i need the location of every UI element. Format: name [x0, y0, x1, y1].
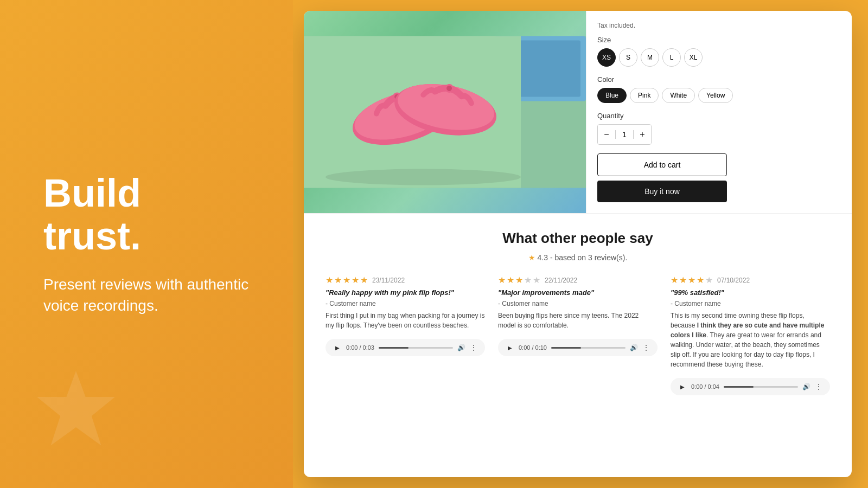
- star-icon: ★: [697, 275, 704, 285]
- add-to-cart-button[interactable]: Add to cart: [597, 153, 727, 176]
- volume-icon[interactable]: 🔊: [802, 383, 810, 390]
- review-3-title: "99% satisfied!": [671, 288, 830, 297]
- overall-star-icon: ★: [528, 253, 535, 262]
- reviews-section: What other people say ★ 4.3 - based on 3…: [304, 214, 852, 412]
- review-2-text: Been buying flips here since my teens. T…: [498, 311, 658, 330]
- review-3-audio-time: 0:00 / 0:04: [691, 383, 719, 390]
- qty-section: Quantity − 1 +: [597, 112, 727, 145]
- headline-line1: Build: [43, 171, 141, 215]
- browser-content: Tax included. Size XS S M L XL: [304, 11, 852, 477]
- star-empty-icon: ★: [533, 275, 540, 285]
- review-1-audio-progress[interactable]: [379, 347, 453, 349]
- star-icon: ★: [352, 275, 359, 285]
- color-section: Color Blue Pink White Yellow: [597, 75, 727, 103]
- star-empty-icon: ★: [705, 275, 713, 285]
- volume-icon[interactable]: 🔊: [457, 344, 465, 351]
- review-1-title: "Really happy with my pink flip flops!": [326, 288, 485, 297]
- right-panel: Tax included. Size XS S M L XL: [293, 0, 868, 488]
- star-icon: ★: [507, 275, 514, 285]
- review-1-header: ★ ★ ★ ★ ★ 23/11/2022: [326, 275, 485, 285]
- svg-marker-0: [37, 371, 115, 446]
- headline-line2: trust.: [43, 214, 141, 258]
- size-section: Size XS S M L XL: [597, 36, 727, 67]
- review-2-date: 22/11/2022: [545, 277, 577, 284]
- color-pink[interactable]: Pink: [630, 88, 659, 103]
- more-icon[interactable]: ⋮: [470, 343, 477, 352]
- star-icon: ★: [326, 275, 333, 285]
- review-3-text: This is my second time owning these flip…: [671, 311, 830, 369]
- buy-now-button[interactable]: Buy it now: [597, 181, 727, 202]
- review-3-audio-player[interactable]: ▶ 0:00 / 0:04 🔊 ⋮: [671, 378, 830, 395]
- product-top: Tax included. Size XS S M L XL: [304, 11, 852, 214]
- qty-value: 1: [615, 130, 634, 139]
- review-1-audio-player[interactable]: ▶ 0:00 / 0:03 🔊 ⋮: [326, 339, 485, 356]
- star-decoration: [33, 367, 119, 455]
- color-options: Blue Pink White Yellow: [597, 88, 727, 103]
- qty-label: Quantity: [597, 112, 727, 120]
- star-icon: ★: [679, 275, 687, 285]
- color-white[interactable]: White: [662, 88, 695, 103]
- size-options: XS S M L XL: [597, 48, 727, 67]
- review-3-author: - Customer name: [671, 300, 830, 307]
- left-panel: Build trust. Present reviews with authen…: [0, 0, 293, 488]
- star-icon: ★: [688, 275, 695, 285]
- star-empty-icon: ★: [524, 275, 532, 285]
- size-xl[interactable]: XL: [684, 48, 703, 67]
- play-icon[interactable]: ▶: [678, 382, 687, 391]
- volume-icon[interactable]: 🔊: [630, 344, 638, 351]
- review-2-audio-progress[interactable]: [551, 347, 626, 349]
- size-label: Size: [597, 36, 727, 44]
- star-icon: ★: [334, 275, 342, 285]
- review-2-header: ★ ★ ★ ★ ★ 22/11/2022: [498, 275, 658, 285]
- review-2-audio-player[interactable]: ▶ 0:00 / 0:10 🔊 ⋮: [498, 339, 658, 356]
- color-yellow[interactable]: Yellow: [698, 88, 733, 103]
- qty-control: − 1 +: [597, 124, 652, 145]
- star-icon: ★: [360, 275, 368, 285]
- reviews-grid: ★ ★ ★ ★ ★ 23/11/2022 "Really happy with …: [326, 275, 830, 395]
- star-icon: ★: [498, 275, 506, 285]
- more-icon[interactable]: ⋮: [815, 382, 822, 391]
- play-icon[interactable]: ▶: [333, 343, 342, 352]
- review-2-title: "Major improvements made": [498, 288, 658, 297]
- product-image-area: [304, 11, 586, 213]
- review-2-author: - Customer name: [498, 300, 658, 307]
- product-main: Tax included. Size XS S M L XL: [304, 11, 852, 477]
- more-icon[interactable]: ⋮: [642, 343, 650, 352]
- qty-minus[interactable]: −: [598, 125, 615, 144]
- review-card-3: ★ ★ ★ ★ ★ 07/10/2022 "99% satisfied!" - …: [671, 275, 830, 395]
- review-1-author: - Customer name: [326, 300, 485, 307]
- review-3-progress-fill: [724, 386, 754, 388]
- review-2-audio-time: 0:00 / 0:10: [519, 344, 547, 351]
- reviews-title: What other people say: [326, 230, 830, 247]
- description: Present reviews with authentic voice rec…: [43, 274, 260, 316]
- review-2-progress-fill: [551, 347, 581, 349]
- headline: Build trust.: [43, 172, 260, 258]
- size-s[interactable]: S: [619, 48, 637, 67]
- svg-point-13: [326, 169, 521, 185]
- review-1-text: First thing I put in my bag when packing…: [326, 311, 485, 330]
- overall-rating: ★ 4.3 - based on 3 review(s).: [326, 253, 830, 262]
- star-icon: ★: [343, 275, 350, 285]
- star-icon: ★: [671, 275, 678, 285]
- star-icon: ★: [515, 275, 523, 285]
- color-label: Color: [597, 75, 727, 84]
- review-card-2: ★ ★ ★ ★ ★ 22/11/2022 "Major improvements…: [498, 275, 658, 395]
- play-icon[interactable]: ▶: [506, 343, 514, 352]
- review-1-progress-fill: [379, 347, 409, 349]
- overall-rating-text: 4.3 - based on 3 review(s).: [538, 253, 628, 262]
- size-l[interactable]: L: [662, 48, 681, 67]
- browser-window: Tax included. Size XS S M L XL: [304, 11, 852, 477]
- review-1-audio-time: 0:00 / 0:03: [346, 344, 374, 351]
- qty-plus[interactable]: +: [634, 125, 651, 144]
- review-3-date: 07/10/2022: [717, 277, 750, 284]
- size-xs[interactable]: XS: [597, 48, 616, 67]
- color-blue[interactable]: Blue: [597, 88, 627, 103]
- review-1-stars: ★ ★ ★ ★ ★: [326, 275, 368, 285]
- review-3-header: ★ ★ ★ ★ ★ 07/10/2022: [671, 275, 830, 285]
- size-m[interactable]: M: [641, 48, 659, 67]
- review-1-date: 23/11/2022: [372, 277, 405, 284]
- review-3-audio-progress[interactable]: [724, 386, 798, 388]
- tax-label: Tax included.: [597, 22, 727, 29]
- product-sidebar: Tax included. Size XS S M L XL: [586, 11, 738, 213]
- review-card-1: ★ ★ ★ ★ ★ 23/11/2022 "Really happy with …: [326, 275, 485, 395]
